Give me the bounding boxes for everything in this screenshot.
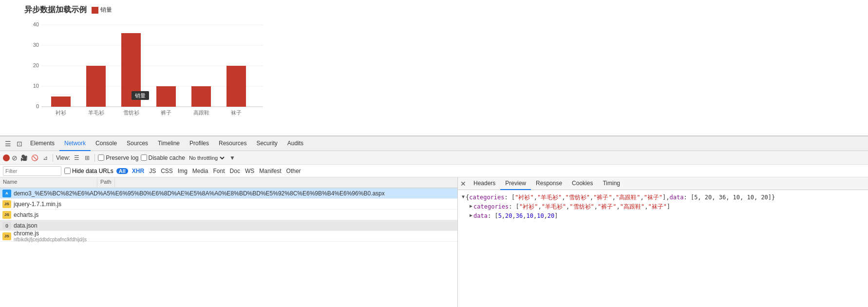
file-row[interactable]: A demo3_%E5%BC%82%E6%AD%A5%E6%95%B0%E6%8… (0, 188, 457, 199)
filter-type-ws[interactable]: WS (244, 168, 255, 174)
file-icon-json: {} (0, 220, 14, 231)
throttle-select[interactable]: No throttling (187, 154, 226, 161)
file-name: jquery-1.7.1.min.js (14, 201, 457, 208)
svg-text:0: 0 (36, 103, 39, 109)
file-icon-aspx: A (0, 188, 14, 199)
grid-view-icon[interactable]: ⊞ (83, 154, 92, 162)
camera-icon[interactable]: 🎥 (19, 154, 28, 162)
file-icon-js: JS (0, 199, 14, 210)
file-row[interactable]: JS chrome.js nfbikdkjfjcejddbdcpbafnclkf… (0, 231, 457, 242)
filter-icon[interactable]: ⊿ (41, 154, 50, 162)
svg-text:雪纺衫: 雪纺衫 (123, 110, 139, 115)
network-main: Name Path A demo3_%E5%BC%82%E6%AD%A5%E6%… (0, 177, 868, 307)
disable-cache-label: Disable cache (149, 154, 185, 161)
tab-network[interactable]: Network (59, 136, 91, 151)
svg-text:20: 20 (33, 62, 39, 68)
clear-icon[interactable]: 🚫 (30, 154, 39, 162)
svg-text:10: 10 (33, 83, 39, 89)
tab-profiles[interactable]: Profiles (185, 136, 214, 151)
tab-elements[interactable]: Elements (25, 136, 59, 151)
svg-rect-15 (191, 86, 211, 107)
file-row[interactable]: {} data.json (0, 220, 457, 231)
inspector-tab-headers[interactable]: Headers (469, 177, 500, 190)
view-label: View: (56, 154, 70, 161)
svg-rect-12 (86, 66, 106, 107)
list-view-icon[interactable]: ☰ (72, 154, 81, 162)
preserve-log-checkbox[interactable] (98, 154, 104, 161)
filter-type-media[interactable]: Media (191, 168, 209, 174)
file-row[interactable]: JS echarts.js (0, 210, 457, 220)
mobile-icon[interactable]: ⊡ (14, 138, 25, 150)
legend-label: 销量 (100, 6, 112, 14)
json-arrow-data[interactable]: ▶ (470, 211, 472, 219)
file-name: chrome.js (14, 230, 87, 237)
tab-sources[interactable]: Sources (122, 136, 153, 151)
filter-type-xhr[interactable]: XHR (131, 168, 145, 174)
filter-type-other[interactable]: Other (285, 168, 302, 174)
file-name: echarts.js (14, 211, 457, 218)
json-line-data: ▶ data : [ 5 , 20 , 36 , 10 , 10 , 20 ] (462, 211, 864, 221)
file-list-header: Name Path (0, 177, 457, 188)
preserve-log-group[interactable]: Preserve log (98, 154, 138, 161)
svg-text:袜子: 袜子 (231, 110, 242, 115)
tab-timeline[interactable]: Timeline (153, 136, 185, 151)
svg-text:裤子: 裤子 (161, 110, 171, 115)
inspector-tabs: ✕ Headers Preview Response Cookies Timin… (458, 177, 868, 190)
inspector-tab-timing[interactable]: Timing (598, 177, 625, 190)
svg-text:销量: 销量 (134, 93, 146, 98)
json-arrow-categories[interactable]: ▶ (470, 202, 472, 210)
chart-title-row: 异步数据加载示例 销量 (24, 5, 863, 15)
file-name: demo3_%E5%BC%82%E6%AD%A5%E6%95%B0%E6%8D%… (14, 190, 457, 197)
inspector-tab-response[interactable]: Response (531, 177, 567, 190)
disable-cache-group[interactable]: Disable cache (141, 154, 185, 161)
throttle-dropdown-icon[interactable]: ▼ (228, 154, 237, 162)
inspector-panel: ✕ Headers Preview Response Cookies Timin… (458, 177, 868, 307)
filter-type-doc[interactable]: Doc (229, 168, 241, 174)
tab-security[interactable]: Security (251, 136, 282, 151)
json-line-categories: ▶ categories : [ "衬衫" , "羊毛衫" , "雪纺衫" , … (462, 202, 864, 211)
hide-data-urls-group[interactable]: Hide data URLs (64, 168, 113, 174)
hide-data-urls-label: Hide data URLs (72, 168, 113, 174)
file-icon-js: JS (0, 231, 14, 242)
svg-text:高跟鞋: 高跟鞋 (193, 110, 209, 115)
inspector-close-button[interactable]: ✕ (458, 178, 469, 189)
preserve-log-label: Preserve log (106, 154, 138, 161)
devtools-panel: ☰ ⊡ Elements Network Console Sources Tim… (0, 135, 868, 307)
inspector-tab-preview[interactable]: Preview (500, 177, 531, 190)
chart-title: 异步数据加载示例 (24, 5, 87, 15)
svg-text:30: 30 (33, 42, 39, 48)
inspector-tab-cookies[interactable]: Cookies (567, 177, 598, 190)
filter-type-font[interactable]: Font (212, 168, 226, 174)
col-header-name: Name (0, 177, 97, 188)
hide-data-urls-checkbox[interactable] (64, 168, 71, 174)
tab-console[interactable]: Console (91, 136, 122, 151)
filter-row: Hide data URLs All XHR JS CSS Img Media … (0, 165, 868, 177)
tab-audits[interactable]: Audits (283, 136, 308, 151)
json-arrow-root[interactable]: ▼ (462, 193, 465, 201)
chart-legend: 销量 (92, 6, 112, 14)
filter-type-img[interactable]: Img (177, 168, 189, 174)
disable-cache-checkbox[interactable] (141, 154, 147, 161)
tab-resources[interactable]: Resources (214, 136, 251, 151)
filter-type-js[interactable]: JS (148, 168, 157, 174)
file-list: Name Path A demo3_%E5%BC%82%E6%AD%A5%E6%… (0, 177, 458, 307)
file-icon-js: JS (0, 210, 14, 220)
record-button[interactable] (3, 154, 10, 161)
svg-rect-16 (226, 66, 246, 107)
filter-type-manifest[interactable]: Manifest (258, 168, 282, 174)
toolbar-sep-2 (94, 154, 95, 162)
filter-input[interactable] (3, 166, 61, 176)
inspector-content: ▼ { categories : [ "衬衫" , "羊毛衫" , "雪纺衫" … (458, 190, 868, 307)
json-line-root: ▼ { categories : [ "衬衫" , "羊毛衫" , "雪纺衫" … (462, 193, 864, 202)
svg-text:羊毛衫: 羊毛衫 (88, 110, 104, 115)
file-row[interactable]: JS jquery-1.7.1.min.js (0, 199, 457, 210)
all-badge[interactable]: All (116, 168, 128, 174)
stop-button[interactable]: ⊘ (12, 154, 18, 162)
inspect-icon[interactable]: ☰ (2, 138, 14, 150)
svg-rect-11 (51, 96, 71, 107)
network-toolbar: ⊘ 🎥 🚫 ⊿ View: ☰ ⊞ Preserve log Disable c… (0, 151, 868, 165)
filter-type-css[interactable]: CSS (160, 168, 174, 174)
chart-svg: 40 30 20 10 0 衬衫 羊毛衫 雪纺衫 裤子 高跟鞋 袜子 (24, 19, 268, 126)
devtools-tabs: ☰ ⊡ Elements Network Console Sources Tim… (0, 136, 868, 151)
svg-rect-14 (156, 86, 176, 107)
